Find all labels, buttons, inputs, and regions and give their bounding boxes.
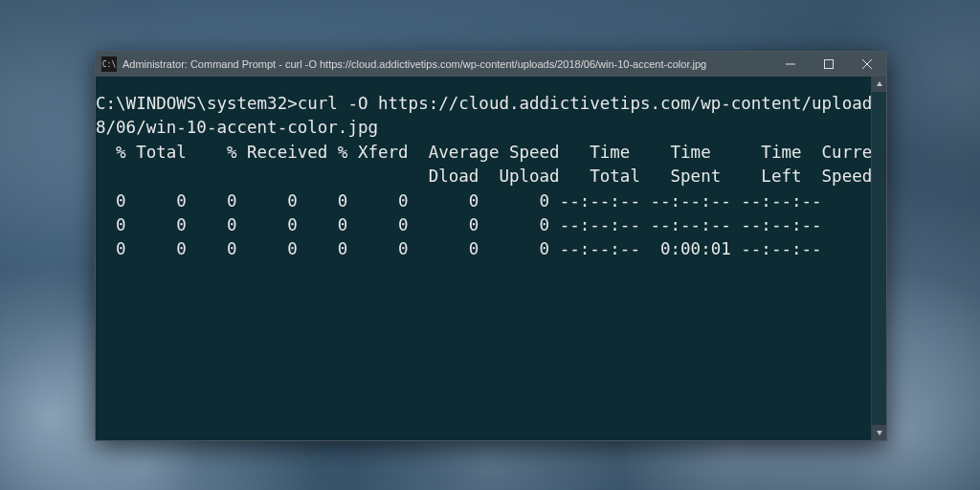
- titlebar[interactable]: C:\ Administrator: Command Prompt - curl…: [96, 52, 886, 77]
- maximize-button[interactable]: [810, 52, 848, 77]
- terminal-output[interactable]: C:\WINDOWS\system32>curl -O https://clou…: [96, 77, 886, 440]
- svg-marker-4: [877, 81, 882, 86]
- svg-marker-5: [877, 431, 882, 435]
- scroll-up-button[interactable]: [872, 77, 886, 92]
- terminal-area: C:\WINDOWS\system32>curl -O https://clou…: [96, 77, 886, 440]
- svg-rect-1: [825, 60, 834, 69]
- vertical-scrollbar[interactable]: [871, 77, 886, 440]
- scroll-down-button[interactable]: [872, 425, 886, 440]
- cmd-icon: C:\: [101, 56, 117, 72]
- window-title: Administrator: Command Prompt - curl -O …: [122, 58, 771, 70]
- command-prompt-window: C:\ Administrator: Command Prompt - curl…: [95, 51, 887, 441]
- close-button[interactable]: [848, 52, 886, 77]
- minimize-button[interactable]: [771, 52, 810, 77]
